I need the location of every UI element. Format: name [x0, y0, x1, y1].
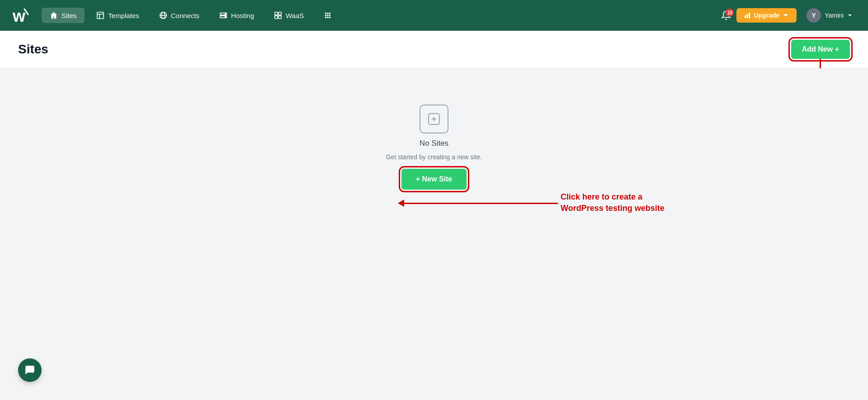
svg-point-17	[327, 13, 329, 14]
notification-badge: 10	[726, 9, 734, 17]
navbar: w Sites Templates Connects Hosting WaaS	[0, 0, 868, 31]
svg-rect-27	[749, 13, 750, 18]
nav-item-hosting[interactable]: Hosting	[211, 8, 262, 23]
upgrade-button[interactable]: Upgrade	[736, 8, 797, 23]
svg-point-11	[225, 16, 226, 17]
empty-state-title: No Sites	[420, 139, 448, 148]
navbar-right: 10 Upgrade Y Yamini	[721, 5, 857, 25]
nav-item-templates[interactable]: Templates	[88, 8, 147, 23]
empty-state-icon	[420, 105, 448, 133]
home-icon	[50, 11, 58, 19]
connects-icon	[159, 11, 167, 19]
svg-point-10	[225, 14, 226, 14]
svg-point-23	[327, 17, 329, 19]
nav-item-sites[interactable]: Sites	[42, 8, 85, 23]
empty-state: No Sites Get started by creating a new s…	[386, 105, 482, 190]
add-new-wrapper: Add New +	[791, 40, 850, 59]
main-content: No Sites Get started by creating a new s…	[0, 68, 868, 400]
svg-point-20	[327, 14, 329, 16]
apps-icon	[324, 11, 332, 19]
nav-item-connects[interactable]: Connects	[151, 8, 208, 23]
page-title: Sites	[18, 42, 48, 57]
svg-rect-15	[278, 16, 281, 19]
hosting-icon	[219, 11, 227, 19]
chat-button[interactable]	[18, 358, 42, 382]
svg-rect-14	[275, 16, 278, 19]
logo[interactable]: w	[11, 5, 31, 25]
svg-rect-26	[747, 14, 748, 18]
nav-item-apps[interactable]	[316, 8, 340, 23]
svg-rect-13	[278, 12, 281, 15]
nav-item-waas[interactable]: WaaS	[266, 8, 312, 23]
svg-point-19	[325, 14, 327, 16]
user-menu-button[interactable]: Y Yamini	[802, 5, 857, 25]
empty-state-subtitle: Get started by creating a new site.	[386, 153, 482, 161]
annotation-text: Click here to create a WordPress testing…	[561, 191, 665, 214]
page-header: Sites Add New +	[0, 31, 868, 68]
svg-rect-12	[275, 12, 278, 15]
notification-button[interactable]: 10	[721, 10, 731, 20]
svg-point-22	[325, 17, 327, 19]
svg-point-24	[329, 17, 331, 19]
svg-rect-2	[97, 12, 104, 19]
new-site-button[interactable]: + New Site	[401, 169, 467, 190]
svg-point-21	[329, 14, 331, 16]
svg-rect-25	[745, 15, 746, 18]
add-new-button[interactable]: Add New +	[791, 40, 850, 59]
svg-text:w: w	[12, 7, 26, 25]
svg-point-18	[329, 13, 331, 14]
waas-icon	[274, 11, 282, 19]
user-avatar: Y	[807, 8, 821, 23]
new-site-arrow	[398, 200, 558, 207]
svg-point-16	[325, 13, 327, 14]
templates-icon	[96, 11, 104, 19]
